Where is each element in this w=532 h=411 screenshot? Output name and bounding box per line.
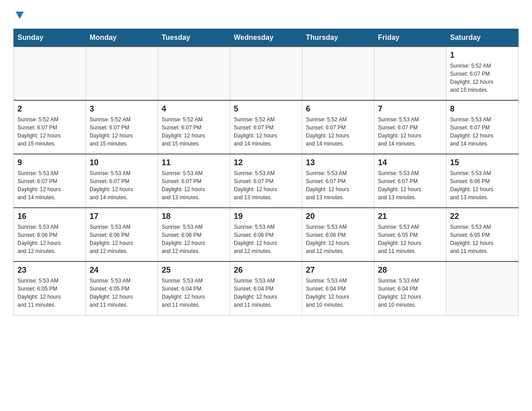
day-number: 17 [90,212,154,221]
day-number: 7 [378,104,442,114]
day-number: 3 [90,104,154,114]
calendar-cell: 27Sunrise: 5:53 AMSunset: 6:04 PMDayligh… [302,261,374,315]
calendar-cell: 20Sunrise: 5:53 AMSunset: 6:06 PMDayligh… [302,208,374,261]
day-number: 1 [450,51,515,60]
calendar-cell: 19Sunrise: 5:53 AMSunset: 6:06 PMDayligh… [230,208,302,261]
day-info: Sunrise: 5:53 AMSunset: 6:06 PMDaylight:… [450,169,515,201]
calendar-cell: 8Sunrise: 5:53 AMSunset: 6:07 PMDaylight… [446,100,519,154]
calendar-cell: 4Sunrise: 5:52 AMSunset: 6:07 PMDaylight… [158,100,230,154]
calendar-cell: 18Sunrise: 5:53 AMSunset: 6:06 PMDayligh… [158,208,230,261]
week-row-1: 2Sunrise: 5:52 AMSunset: 6:07 PMDaylight… [14,100,519,154]
day-info: Sunrise: 5:53 AMSunset: 6:06 PMDaylight:… [234,223,298,255]
calendar-cell: 1Sunrise: 5:52 AMSunset: 6:07 PMDaylight… [446,47,519,100]
header-row: SundayMondayTuesdayWednesdayThursdayFrid… [14,29,519,47]
week-row-3: 16Sunrise: 5:53 AMSunset: 6:06 PMDayligh… [14,208,519,261]
header-day-friday: Friday [374,29,446,47]
header-day-saturday: Saturday [446,29,519,47]
day-number: 19 [234,212,298,221]
day-number: 5 [234,104,298,114]
calendar-cell [446,261,519,315]
day-number: 24 [90,265,154,275]
calendar-cell: 25Sunrise: 5:53 AMSunset: 6:04 PMDayligh… [158,261,230,315]
calendar-cell: 14Sunrise: 5:53 AMSunset: 6:07 PMDayligh… [374,154,446,208]
day-info: Sunrise: 5:53 AMSunset: 6:04 PMDaylight:… [234,277,298,309]
calendar-cell: 15Sunrise: 5:53 AMSunset: 6:06 PMDayligh… [446,154,519,208]
day-number: 16 [17,212,82,221]
calendar-cell: 13Sunrise: 5:53 AMSunset: 6:07 PMDayligh… [302,154,374,208]
week-row-4: 23Sunrise: 5:53 AMSunset: 6:05 PMDayligh… [14,261,519,315]
day-info: Sunrise: 5:53 AMSunset: 6:06 PMDaylight:… [90,223,154,255]
day-info: Sunrise: 5:53 AMSunset: 6:04 PMDaylight:… [378,277,442,309]
calendar-cell: 23Sunrise: 5:53 AMSunset: 6:05 PMDayligh… [14,261,86,315]
svg-marker-0 [16,12,24,19]
calendar-cell: 21Sunrise: 5:53 AMSunset: 6:05 PMDayligh… [374,208,446,261]
calendar-cell: 12Sunrise: 5:53 AMSunset: 6:07 PMDayligh… [230,154,302,208]
day-number: 26 [234,265,298,275]
day-info: Sunrise: 5:53 AMSunset: 6:07 PMDaylight:… [90,169,154,201]
header-day-thursday: Thursday [302,29,374,47]
logo-triangle-icon [15,10,25,20]
day-info: Sunrise: 5:53 AMSunset: 6:05 PMDaylight:… [17,277,82,309]
day-info: Sunrise: 5:53 AMSunset: 6:05 PMDaylight:… [378,223,442,255]
page-header [13,9,519,20]
day-number: 28 [378,265,442,275]
calendar-body: 1Sunrise: 5:52 AMSunset: 6:07 PMDaylight… [14,47,519,315]
day-number: 21 [378,212,442,221]
calendar-cell [14,47,86,100]
header-day-monday: Monday [86,29,158,47]
day-info: Sunrise: 5:53 AMSunset: 6:07 PMDaylight:… [162,169,226,201]
calendar-cell [158,47,230,100]
logo-content [13,9,25,20]
day-number: 11 [162,158,226,167]
week-row-2: 9Sunrise: 5:53 AMSunset: 6:07 PMDaylight… [14,154,519,208]
day-info: Sunrise: 5:53 AMSunset: 6:04 PMDaylight:… [306,277,370,309]
day-info: Sunrise: 5:53 AMSunset: 6:06 PMDaylight:… [17,223,82,255]
day-number: 18 [162,212,226,221]
calendar-cell: 24Sunrise: 5:53 AMSunset: 6:05 PMDayligh… [86,261,158,315]
day-number: 13 [306,158,370,167]
day-number: 23 [17,265,82,275]
day-info: Sunrise: 5:53 AMSunset: 6:07 PMDaylight:… [306,169,370,201]
day-info: Sunrise: 5:53 AMSunset: 6:07 PMDaylight:… [450,116,515,148]
day-info: Sunrise: 5:53 AMSunset: 6:05 PMDaylight:… [90,277,154,309]
day-number: 6 [306,104,370,114]
calendar-cell: 28Sunrise: 5:53 AMSunset: 6:04 PMDayligh… [374,261,446,315]
day-info: Sunrise: 5:52 AMSunset: 6:07 PMDaylight:… [306,116,370,148]
day-number: 4 [162,104,226,114]
day-number: 15 [450,158,515,167]
day-info: Sunrise: 5:52 AMSunset: 6:07 PMDaylight:… [450,62,515,94]
header-day-tuesday: Tuesday [158,29,230,47]
calendar-cell: 26Sunrise: 5:53 AMSunset: 6:04 PMDayligh… [230,261,302,315]
week-row-0: 1Sunrise: 5:52 AMSunset: 6:07 PMDaylight… [14,47,519,100]
day-info: Sunrise: 5:52 AMSunset: 6:07 PMDaylight:… [90,116,154,148]
day-number: 2 [17,104,82,114]
day-info: Sunrise: 5:53 AMSunset: 6:07 PMDaylight:… [378,169,442,201]
day-number: 8 [450,104,515,114]
calendar-cell: 2Sunrise: 5:52 AMSunset: 6:07 PMDaylight… [14,100,86,154]
day-number: 22 [450,212,515,221]
day-info: Sunrise: 5:53 AMSunset: 6:05 PMDaylight:… [450,223,515,255]
calendar-cell: 10Sunrise: 5:53 AMSunset: 6:07 PMDayligh… [86,154,158,208]
day-info: Sunrise: 5:53 AMSunset: 6:06 PMDaylight:… [306,223,370,255]
day-info: Sunrise: 5:53 AMSunset: 6:06 PMDaylight:… [162,223,226,255]
day-number: 10 [90,158,154,167]
calendar-cell [374,47,446,100]
day-number: 25 [162,265,226,275]
calendar-cell: 3Sunrise: 5:52 AMSunset: 6:07 PMDaylight… [86,100,158,154]
calendar-cell: 9Sunrise: 5:53 AMSunset: 6:07 PMDaylight… [14,154,86,208]
day-info: Sunrise: 5:53 AMSunset: 6:07 PMDaylight:… [17,169,82,201]
calendar-cell: 5Sunrise: 5:52 AMSunset: 6:07 PMDaylight… [230,100,302,154]
calendar-cell: 11Sunrise: 5:53 AMSunset: 6:07 PMDayligh… [158,154,230,208]
calendar-table: SundayMondayTuesdayWednesdayThursdayFrid… [13,29,519,316]
calendar-cell: 17Sunrise: 5:53 AMSunset: 6:06 PMDayligh… [86,208,158,261]
day-number: 9 [17,158,82,167]
day-number: 27 [306,265,370,275]
day-number: 20 [306,212,370,221]
calendar-cell: 7Sunrise: 5:53 AMSunset: 6:07 PMDaylight… [374,100,446,154]
calendar-cell [230,47,302,100]
day-number: 14 [378,158,442,167]
day-info: Sunrise: 5:52 AMSunset: 6:07 PMDaylight:… [234,116,298,148]
calendar-cell: 22Sunrise: 5:53 AMSunset: 6:05 PMDayligh… [446,208,519,261]
header-day-wednesday: Wednesday [230,29,302,47]
day-info: Sunrise: 5:52 AMSunset: 6:07 PMDaylight:… [162,116,226,148]
